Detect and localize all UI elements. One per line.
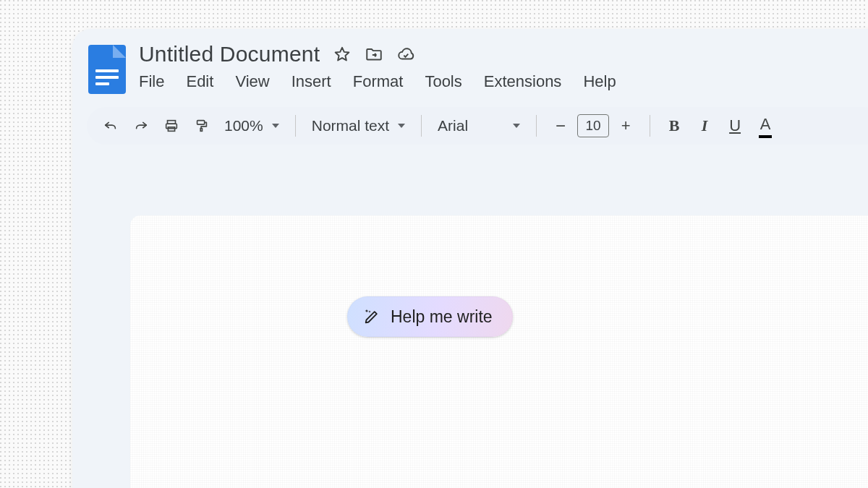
cloud-saved-icon[interactable] (396, 45, 415, 64)
italic-button[interactable]: I (691, 113, 718, 139)
bold-icon: B (669, 116, 680, 135)
menu-edit[interactable]: Edit (186, 72, 213, 91)
menu-extensions[interactable]: Extensions (484, 72, 562, 91)
menu-file[interactable]: File (139, 72, 164, 91)
menu-bar: File Edit View Insert Format Tools Exten… (139, 71, 616, 91)
font-size-value: 10 (586, 118, 601, 134)
docs-logo-icon[interactable] (88, 45, 126, 94)
plus-icon: + (621, 116, 631, 135)
paragraph-style-dropdown[interactable]: Normal text (306, 113, 411, 139)
minus-icon: − (556, 116, 566, 136)
move-to-folder-icon[interactable] (365, 45, 383, 64)
help-me-write-button[interactable]: Help me write (347, 296, 513, 337)
toolbar-separator (650, 115, 650, 137)
paragraph-style-value: Normal text (312, 117, 389, 134)
svg-rect-2 (168, 127, 174, 132)
toolbar-separator (421, 115, 422, 137)
svg-rect-4 (200, 129, 202, 132)
star-icon[interactable] (333, 45, 352, 64)
undo-button[interactable] (97, 113, 124, 139)
zoom-dropdown[interactable]: 100% (218, 113, 285, 139)
document-title[interactable]: Untitled Document (139, 42, 320, 67)
redo-button[interactable] (127, 113, 155, 139)
bold-button[interactable]: B (660, 113, 688, 139)
title-row: Untitled Document (139, 42, 616, 67)
underline-icon: U (729, 116, 741, 135)
app-window: Untitled Document File Edit View Insert … (72, 29, 868, 488)
zoom-value: 100% (224, 117, 263, 134)
title-column: Untitled Document File Edit View Insert … (139, 42, 616, 91)
paint-format-button[interactable] (188, 113, 216, 139)
italic-icon: I (702, 116, 708, 135)
text-color-icon: A (760, 115, 771, 137)
help-me-write-label: Help me write (391, 307, 493, 327)
svg-rect-3 (197, 121, 205, 125)
font-family-value: Arial (438, 117, 468, 134)
text-color-button[interactable]: A (752, 113, 779, 139)
font-size-input[interactable]: 10 (577, 114, 609, 137)
menu-tools[interactable]: Tools (425, 72, 461, 91)
menu-help[interactable]: Help (583, 72, 616, 91)
print-button[interactable] (158, 113, 185, 139)
toolbar: 100% Normal text Arial − 10 + B I (87, 107, 868, 145)
toolbar-separator (536, 115, 537, 137)
document-page[interactable]: Help me write (130, 215, 868, 488)
titlebar: Untitled Document File Edit View Insert … (72, 29, 868, 97)
chevron-down-icon (272, 124, 279, 128)
menu-view[interactable]: View (235, 72, 269, 91)
font-family-dropdown[interactable]: Arial (432, 113, 526, 139)
chevron-down-icon (398, 124, 405, 128)
increase-font-size-button[interactable]: + (612, 113, 639, 139)
underline-button[interactable]: U (721, 113, 749, 139)
chevron-down-icon (513, 124, 520, 128)
toolbar-separator (295, 115, 296, 137)
menu-format[interactable]: Format (353, 72, 404, 91)
magic-pencil-icon (363, 308, 380, 325)
menu-insert[interactable]: Insert (292, 72, 331, 91)
decrease-font-size-button[interactable]: − (547, 113, 574, 139)
